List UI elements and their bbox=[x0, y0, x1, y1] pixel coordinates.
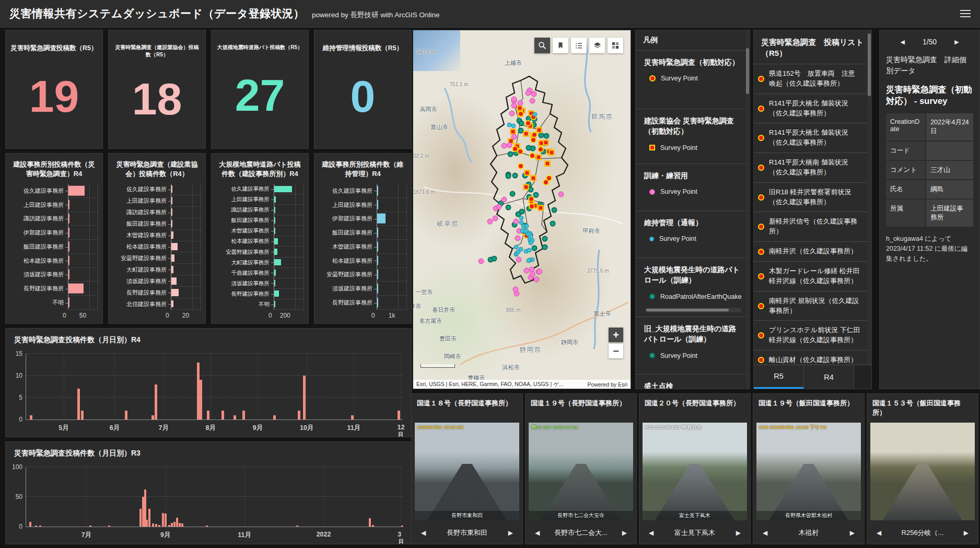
map-marker-cyan[interactable] bbox=[530, 238, 535, 243]
map-marker-pink[interactable] bbox=[531, 91, 536, 97]
post-list-item[interactable]: 南軽井沢（佐久建設事務所） bbox=[754, 241, 867, 261]
map-marker-red-circle[interactable] bbox=[529, 153, 535, 159]
legend-list-icon[interactable] bbox=[571, 38, 587, 53]
post-list-item[interactable]: R141平原大橋南 舗装状況（佐久建設事務所） bbox=[754, 153, 867, 182]
camera-image[interactable] bbox=[870, 423, 975, 520]
map-marker-red-circle[interactable] bbox=[528, 196, 534, 202]
map-marker-red-square[interactable] bbox=[538, 205, 543, 211]
map-marker-pink[interactable] bbox=[518, 100, 523, 106]
map-marker-teal[interactable] bbox=[532, 246, 538, 251]
map-marker-pink[interactable] bbox=[501, 197, 507, 203]
camera-next-icon[interactable]: ▶ bbox=[964, 529, 969, 537]
map-marker-pink[interactable] bbox=[523, 268, 529, 274]
layers-icon[interactable] bbox=[589, 38, 605, 53]
post-list-item[interactable]: 離山資材（佐久建設事務所） bbox=[754, 350, 867, 365]
map-marker-cyan[interactable] bbox=[523, 229, 528, 234]
post-list-item[interactable]: 木製ガードレール修繕 松井田軽井沢線（佐久建設事務所） bbox=[754, 261, 867, 291]
map-marker-pink[interactable] bbox=[493, 216, 498, 221]
map-marker-teal[interactable] bbox=[551, 207, 557, 213]
camera-image[interactable]: 長19 254 2023-04-01長野市七二会大安寺 bbox=[529, 423, 633, 520]
camera-prev-icon[interactable]: ◀ bbox=[649, 529, 654, 537]
legend-scrollbar[interactable] bbox=[746, 30, 749, 389]
camera-prev-icon[interactable]: ◀ bbox=[877, 529, 881, 537]
camera-image[interactable]: 2023/04/01 18:01:00長野市東和田 bbox=[415, 423, 519, 520]
map-marker-teal[interactable] bbox=[539, 132, 544, 138]
menu-icon[interactable] bbox=[960, 8, 971, 19]
map-marker-red-circle[interactable] bbox=[543, 179, 549, 185]
post-list-scrollbar[interactable] bbox=[868, 30, 871, 365]
map-marker-teal[interactable] bbox=[544, 133, 550, 138]
map-marker-teal[interactable] bbox=[512, 172, 518, 178]
camera-next-icon[interactable]: ▶ bbox=[736, 529, 741, 537]
map-marker-red-circle[interactable] bbox=[525, 120, 531, 126]
map-marker-pink[interactable] bbox=[533, 276, 539, 282]
camera-next-icon[interactable]: ▶ bbox=[622, 529, 627, 537]
zoom-out-button[interactable]: − bbox=[609, 344, 623, 358]
post-list-item[interactable]: 県道152号 放置車両 注意喚起（佐久建設事務所） bbox=[754, 64, 867, 94]
post-list-item[interactable]: 南軽井沢 規制状況（佐久建設事務所） bbox=[754, 291, 867, 321]
map-marker-red-circle[interactable] bbox=[517, 148, 523, 155]
camera-prev-icon[interactable]: ◀ bbox=[763, 529, 767, 537]
tab-r5[interactable]: R5 bbox=[754, 365, 804, 389]
map-marker-pink[interactable] bbox=[536, 269, 542, 275]
camera-image[interactable]: R19 2023/04/01 12:00 下りTN長野県木曽郡木祖村 bbox=[756, 423, 861, 520]
map-marker-pink[interactable] bbox=[558, 191, 564, 197]
basemap-icon[interactable] bbox=[608, 38, 623, 53]
map-marker-teal[interactable] bbox=[518, 121, 524, 126]
camera-prev-icon[interactable]: ◀ bbox=[535, 529, 540, 537]
map-marker-teal[interactable] bbox=[542, 244, 547, 250]
map-marker-pink[interactable] bbox=[487, 219, 493, 225]
map-marker-teal[interactable] bbox=[526, 145, 531, 150]
map-marker-teal[interactable] bbox=[505, 173, 511, 179]
map-marker-pink[interactable] bbox=[512, 287, 518, 293]
map-marker-red-square[interactable] bbox=[549, 149, 555, 155]
map-marker-pink[interactable] bbox=[511, 97, 517, 102]
map-marker-red-square[interactable] bbox=[523, 184, 529, 190]
map-marker-teal[interactable] bbox=[507, 151, 513, 157]
map-marker-cyan[interactable] bbox=[514, 244, 518, 249]
map-marker-pink[interactable] bbox=[516, 257, 521, 263]
map-marker-red-square[interactable] bbox=[536, 155, 542, 160]
map-marker-red-square[interactable] bbox=[530, 175, 536, 181]
camera-next-icon[interactable]: ▶ bbox=[508, 529, 513, 537]
map-marker-teal[interactable] bbox=[550, 220, 555, 226]
pager-prev-icon[interactable]: ◀ bbox=[900, 39, 904, 45]
pager-next-icon[interactable]: ▶ bbox=[954, 39, 959, 45]
map-marker-cyan[interactable] bbox=[533, 112, 538, 117]
legend-hscrollbar[interactable] bbox=[645, 308, 741, 312]
map-marker-pink[interactable] bbox=[529, 98, 535, 103]
map-marker-red-square[interactable] bbox=[538, 140, 544, 146]
camera-prev-icon[interactable]: ◀ bbox=[421, 529, 426, 537]
map-marker-red-square[interactable] bbox=[524, 170, 530, 176]
map-marker-pink[interactable] bbox=[515, 236, 521, 241]
map-marker-cyan[interactable] bbox=[527, 258, 531, 263]
map-marker-cyan[interactable] bbox=[507, 122, 512, 127]
map-marker-teal[interactable] bbox=[505, 204, 511, 210]
map-marker-cyan[interactable] bbox=[519, 215, 524, 220]
camera-next-icon[interactable]: ▶ bbox=[850, 529, 855, 537]
map-marker-pink[interactable] bbox=[525, 90, 531, 96]
post-list-item[interactable]: 新軽井沢信号（佐久建設事務所） bbox=[754, 212, 867, 241]
map-marker-red-square[interactable] bbox=[544, 161, 550, 167]
map-marker-pink[interactable] bbox=[511, 134, 517, 139]
tab-r4[interactable]: R4 bbox=[804, 365, 854, 389]
map-marker-red-circle[interactable] bbox=[518, 111, 524, 117]
map-marker-pink[interactable] bbox=[496, 204, 501, 210]
map-marker-pink[interactable] bbox=[506, 142, 512, 148]
map-marker-cyan[interactable] bbox=[524, 224, 529, 228]
post-list-item[interactable]: 旧R18 軽井沢警察署前状況（佐久建設事務所） bbox=[754, 182, 867, 212]
map[interactable]: 543.6 m上越市751.1 m高岡市富山市群馬県702.2 m1671.6 … bbox=[413, 30, 631, 389]
map-marker-pink[interactable] bbox=[479, 259, 484, 264]
map-marker-cyan[interactable] bbox=[516, 250, 521, 254]
map-marker-red-circle[interactable] bbox=[518, 163, 524, 169]
map-marker-pink[interactable] bbox=[509, 110, 515, 116]
zoom-in-button[interactable]: + bbox=[609, 328, 623, 342]
map-marker-red-square[interactable] bbox=[536, 127, 542, 133]
map-marker-teal[interactable] bbox=[509, 191, 515, 197]
map-marker-red-circle[interactable] bbox=[529, 203, 535, 209]
map-marker-red-square[interactable] bbox=[517, 105, 522, 111]
map-marker-pink[interactable] bbox=[529, 272, 535, 277]
map-marker-red-square[interactable] bbox=[523, 131, 529, 136]
post-list-item[interactable]: R141平原大橋北 舗装状況（佐久建設事務所） bbox=[754, 123, 867, 153]
map-marker-teal[interactable] bbox=[542, 236, 547, 241]
